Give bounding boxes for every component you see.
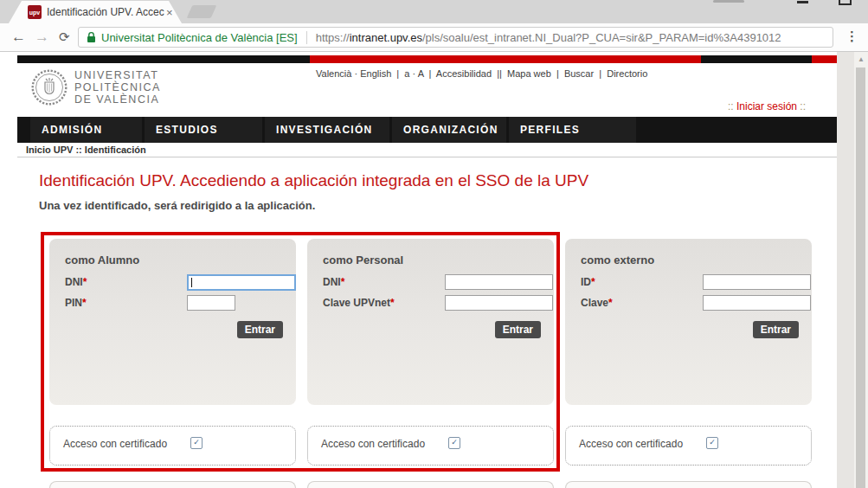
header-strip-red [310, 55, 701, 63]
upv-favicon-icon: upv [28, 5, 42, 19]
required-asterisk: * [608, 297, 613, 309]
upv-logo-text: UNIVERSITAT POLITÈCNICA DE VALÈNCIA [74, 69, 161, 106]
separator: · [409, 68, 417, 79]
nav-item-estudios[interactable]: ESTUDIOS [145, 117, 262, 143]
next-row-panel-edge [49, 481, 296, 488]
secure-lock-icon [87, 31, 96, 43]
url-path: /pls/soalu/est_intranet.NI_Dual?P_CUA=si… [422, 31, 781, 44]
separator: · [351, 68, 360, 79]
alumno-dni-label: DNI* [65, 276, 87, 288]
alumno-pin-label: PIN* [65, 297, 87, 309]
scrollbar-up-icon[interactable]: ▲ [854, 55, 868, 63]
iniciar-sesion-link[interactable]: Iniciar sesión [736, 100, 797, 112]
header-strip-black [701, 55, 812, 63]
address-bar[interactable]: Universitat Politècnica de València [ES]… [78, 27, 833, 48]
externo-clave-input[interactable] [703, 295, 811, 311]
menu-kebab-icon[interactable]: ⋮ [845, 29, 858, 44]
scrollbar-thumb[interactable] [856, 67, 865, 488]
entrar-button-alumno[interactable]: Entrar [237, 321, 283, 338]
window-title-remnant [713, 0, 744, 3]
nav-item-perfiles[interactable]: PERFILES [509, 117, 636, 143]
externo-id-label: ID* [581, 276, 595, 288]
tab-title: Identificación UPV. Accec [47, 6, 164, 18]
personal-clave-label: Clave UPVnet* [323, 297, 395, 309]
separator: | [423, 68, 435, 79]
separator: | [594, 68, 607, 79]
personal-clave-input[interactable] [445, 295, 553, 311]
required-asterisk: * [390, 297, 395, 309]
separator: | [551, 68, 564, 79]
header-strip-red [812, 55, 837, 63]
breadcrumb-bar: Inicio UPV :: Identificación [17, 143, 837, 157]
utility-links: Valencià · English | a · A | Accesibilid… [316, 68, 647, 79]
externo-id-input[interactable] [703, 274, 811, 290]
nav-item-admision[interactable]: ADMISIÓN [30, 117, 142, 143]
personal-dni-label: DNI* [323, 276, 344, 288]
entrar-button-personal[interactable]: Entrar [495, 321, 541, 338]
link-accesibilidad[interactable]: Accesibilidad [436, 68, 492, 79]
cert-checkbox-icon[interactable]: ✓ [448, 437, 460, 449]
link-english[interactable]: English [360, 68, 391, 79]
next-row-panel-edge [565, 481, 812, 488]
link-directorio[interactable]: Directorio [607, 68, 647, 79]
cert-link-personal[interactable]: Acceso con certificado [321, 438, 425, 450]
page-content: UNIVERSITAT POLITÈCNICA DE VALÈNCIA Vale… [0, 52, 868, 488]
panel-title-alumno: como Alumno [65, 254, 139, 266]
page-subtitle: Una vez identificado, será redirigido a … [39, 199, 315, 212]
cert-checkbox-icon[interactable]: ✓ [190, 437, 203, 449]
login-panel-alumno: como Alumno DNI* PIN* Entrar [49, 239, 296, 405]
login-panel-externo: como externo ID* Clave* Entrar [565, 239, 812, 405]
url-divider [306, 31, 307, 44]
separator: || [492, 68, 507, 79]
browser-toolbar: ← → ⟳ Universitat Politècnica de Valènci… [0, 23, 868, 52]
alumno-pin-input[interactable] [187, 295, 235, 311]
scrollbar[interactable]: ▲ [854, 52, 868, 488]
page-title: Identificación UPV. Accediendo a aplicac… [39, 171, 588, 190]
session-colons: :: [797, 100, 806, 112]
page-right-gutter [837, 52, 854, 488]
secure-site-name[interactable]: Universitat Politècnica de València [ES] [101, 31, 298, 44]
link-buscar[interactable]: Buscar [564, 68, 594, 79]
reload-icon[interactable]: ⟳ [59, 26, 70, 48]
externo-clave-label: Clave* [581, 297, 613, 309]
required-asterisk: * [341, 276, 345, 288]
url-host: intranet.upv.es [350, 31, 422, 44]
link-mapa-web[interactable]: Mapa web [507, 68, 551, 79]
cert-link-alumno[interactable]: Acceso con certificado [63, 438, 167, 450]
nav-item-organizacion[interactable]: ORGANIZACIÓN [392, 117, 506, 143]
required-asterisk: * [82, 297, 87, 309]
cert-link-externo[interactable]: Acceso con certificado [579, 438, 683, 450]
maximize-icon[interactable] [839, 0, 852, 5]
new-tab-button[interactable] [187, 5, 217, 18]
breadcrumb[interactable]: Inicio UPV :: Identificación [26, 144, 146, 155]
forward-icon[interactable]: → [35, 26, 49, 48]
entrar-button-externo[interactable]: Entrar [753, 321, 799, 338]
tab-strip: upv Identificación UPV. Accec × [0, 0, 868, 23]
url-text[interactable]: https://intranet.upv.es/pls/soalu/est_in… [316, 31, 781, 44]
upv-logo[interactable]: UNIVERSITAT POLITÈCNICA DE VALÈNCIA [31, 69, 161, 106]
link-valencia[interactable]: Valencià [316, 68, 351, 79]
panel-title-personal: como Personal [323, 254, 403, 266]
url-scheme: https:// [316, 31, 350, 44]
cert-box-alumno: Acceso con certificado ✓ [49, 426, 296, 466]
minimize-icon[interactable] [797, 1, 808, 3]
cert-checkbox-icon[interactable]: ✓ [706, 437, 718, 449]
next-row-panel-edge [307, 481, 554, 488]
panel-title-externo: como externo [581, 254, 654, 266]
personal-dni-input[interactable] [445, 274, 553, 290]
browser-window: upv Identificación UPV. Accec × ← → ⟳ Un… [0, 0, 868, 488]
required-asterisk: * [83, 276, 87, 288]
separator: | [391, 68, 404, 79]
text-caret [191, 278, 192, 287]
upv-seal-icon [31, 69, 68, 106]
header-strip-black [17, 55, 310, 63]
alumno-dni-input[interactable] [187, 274, 296, 291]
required-asterisk: * [591, 276, 595, 288]
browser-tab[interactable]: upv Identificación UPV. Accec × [9, 1, 182, 23]
main-nav: ADMISIÓN ESTUDIOS INVESTIGACIÓN ORGANIZA… [17, 117, 837, 143]
tab-close-icon[interactable]: × [166, 7, 173, 18]
nav-item-investigacion[interactable]: INVESTIGACIÓN [265, 117, 389, 143]
back-icon[interactable]: ← [11, 26, 26, 48]
session-area: :: Iniciar sesión :: [728, 100, 806, 112]
session-colons: :: [728, 100, 736, 112]
